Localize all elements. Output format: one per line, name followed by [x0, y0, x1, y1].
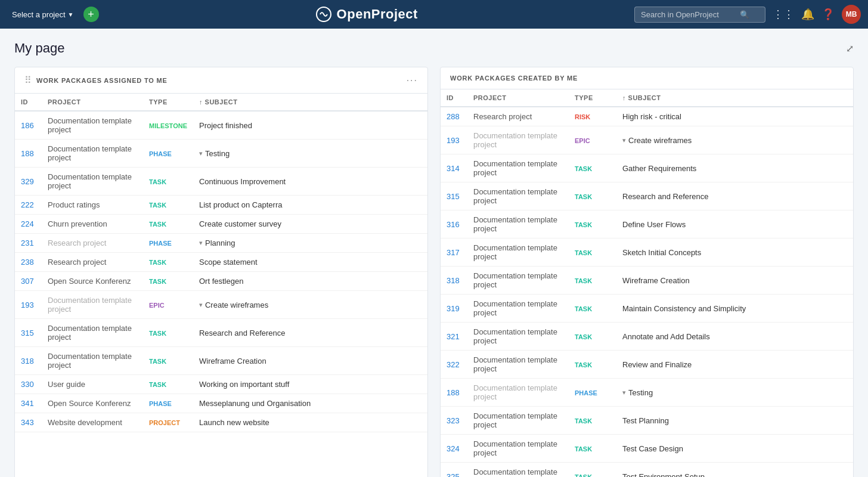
cell-type: TASK: [569, 351, 616, 379]
cell-id[interactable]: 323: [441, 407, 467, 435]
cell-id[interactable]: 193: [15, 291, 42, 319]
cell-id[interactable]: 341: [15, 394, 42, 413]
chevron-down-icon[interactable]: ▾: [199, 301, 203, 309]
cell-id[interactable]: 188: [15, 140, 42, 168]
caret-down-icon: ▼: [68, 11, 74, 18]
cell-project: Documentation template project: [42, 291, 143, 319]
table-row: 224Churn preventionTASKCreate customer s…: [15, 215, 427, 234]
subject-text: Define User Flows: [622, 220, 686, 229]
cell-id[interactable]: 330: [15, 375, 42, 394]
table-row: 321Documentation template projectTASKAnn…: [441, 323, 853, 351]
cell-id[interactable]: 318: [441, 267, 467, 295]
add-project-button[interactable]: +: [83, 7, 99, 22]
subject-text: Create customer survey: [199, 219, 281, 228]
notification-icon[interactable]: 🔔: [801, 8, 814, 21]
cell-id[interactable]: 315: [15, 319, 42, 347]
cell-id[interactable]: 193: [441, 126, 467, 154]
cell-id[interactable]: 343: [15, 413, 42, 432]
table-row: 319Documentation template projectTASKMai…: [441, 295, 853, 323]
subject-text: Annotate and Add Details: [622, 332, 710, 341]
cell-type: TASK: [143, 215, 193, 234]
col-header-subject: ↑ SUBJECT: [193, 94, 427, 111]
cell-project: Documentation template project: [467, 323, 569, 351]
cell-id[interactable]: 319: [441, 295, 467, 323]
widget-menu-icon[interactable]: ···: [407, 75, 418, 86]
assigned-table: ID PROJECT TYPE ↑ SUBJECT 186Documentati…: [15, 94, 427, 432]
chevron-down-icon[interactable]: ▾: [199, 239, 203, 247]
columns-container: ⠿ WORK PACKAGES ASSIGNED TO ME ··· ID PR…: [14, 67, 854, 477]
cell-project: Product ratings: [42, 196, 143, 215]
drag-handle-icon[interactable]: ⠿: [24, 75, 32, 86]
top-navigation: Select a project ▼ + OpenProject 🔍 ⋮⋮ 🔔 …: [0, 0, 868, 29]
expand-icon[interactable]: ⤢: [846, 43, 854, 54]
cell-id[interactable]: 325: [441, 463, 467, 478]
nav-right: 🔍 ⋮⋮ 🔔 ❓ MB: [634, 5, 861, 24]
cell-project: Churn prevention: [42, 215, 143, 234]
cell-project: Documentation template project: [467, 182, 569, 210]
cell-subject: Ort festlegen: [193, 272, 427, 291]
cell-id[interactable]: 188: [441, 379, 467, 407]
cell-project: Documentation template project: [42, 319, 143, 347]
cell-type: PROJECT: [143, 413, 193, 432]
cell-subject: High risk - critical: [616, 107, 853, 126]
col-header-project: PROJECT: [42, 94, 143, 111]
cell-type: EPIC: [569, 126, 616, 154]
subject-text: Create wireframes: [205, 301, 268, 309]
cell-id[interactable]: 288: [441, 107, 467, 126]
chevron-down-icon[interactable]: ▾: [199, 150, 203, 157]
cell-id[interactable]: 315: [441, 182, 467, 210]
cell-id[interactable]: 318: [15, 347, 42, 375]
grid-icon[interactable]: ⋮⋮: [773, 8, 794, 21]
cell-id[interactable]: 322: [441, 351, 467, 379]
col-header-subject: ↑ SUBJECT: [616, 89, 853, 107]
cell-id[interactable]: 307: [15, 272, 42, 291]
cell-project: User guide: [42, 375, 143, 394]
cell-id[interactable]: 324: [441, 435, 467, 463]
cell-id[interactable]: 224: [15, 215, 42, 234]
subject-text: Test Environment Setup: [622, 472, 705, 478]
cell-subject: ▾Create wireframes: [193, 291, 427, 319]
widget-assigned-title: WORK PACKAGES ASSIGNED TO ME: [36, 77, 402, 84]
created-table: ID PROJECT TYPE ↑ SUBJECT 288Research pr…: [441, 89, 853, 477]
cell-subject: Launch new website: [193, 413, 427, 432]
cell-subject: ▾Planning: [193, 234, 427, 253]
table-row: 315Documentation template projectTASKRes…: [441, 182, 853, 210]
subject-text: Gather Requirements: [622, 164, 696, 173]
select-project-button[interactable]: Select a project ▼: [7, 8, 79, 21]
cell-id[interactable]: 186: [15, 111, 42, 140]
cell-id[interactable]: 329: [15, 168, 42, 196]
subject-text: Maintain Consistency and Simplicity: [622, 304, 746, 313]
table-row: 341Open Source KonferenzPHASEMesseplanun…: [15, 394, 427, 413]
subject-text: Scope statement: [199, 258, 258, 267]
cell-id[interactable]: 238: [15, 253, 42, 272]
cell-type: TASK: [569, 182, 616, 210]
table-row: 231Research projectPHASE▾Planning: [15, 234, 427, 253]
table-row: 330User guideTASKWorking on important st…: [15, 375, 427, 394]
widget-created: WORK PACKAGES CREATED BY ME ID PROJECT T…: [440, 67, 854, 477]
table-row: 188Documentation template projectPHASE▾T…: [441, 379, 853, 407]
cell-project: Documentation template project: [467, 267, 569, 295]
nav-center: OpenProject: [104, 6, 630, 23]
cell-id[interactable]: 231: [15, 234, 42, 253]
col-header-id: ID: [441, 89, 467, 107]
help-icon[interactable]: ❓: [822, 8, 835, 21]
chevron-down-icon[interactable]: ▾: [622, 137, 626, 144]
chevron-down-icon[interactable]: ▾: [622, 389, 626, 397]
subject-text: Testing: [205, 149, 230, 158]
cell-subject: Continuous Improvement: [193, 168, 427, 196]
avatar[interactable]: MB: [842, 5, 861, 24]
cell-project: Documentation template project: [42, 111, 143, 140]
cell-id[interactable]: 317: [441, 238, 467, 267]
search-box[interactable]: 🔍: [634, 7, 765, 23]
subject-text: Testing: [628, 388, 653, 397]
cell-id[interactable]: 314: [441, 154, 467, 182]
cell-type: TASK: [569, 463, 616, 478]
subject-text: Wireframe Creation: [199, 357, 266, 366]
cell-id[interactable]: 222: [15, 196, 42, 215]
cell-id[interactable]: 316: [441, 210, 467, 238]
cell-id[interactable]: 321: [441, 323, 467, 351]
logo-text: OpenProject: [337, 7, 418, 22]
nav-left: Select a project ▼ +: [7, 7, 99, 22]
search-input[interactable]: [641, 10, 736, 19]
subject-text: Test Planning: [622, 416, 669, 425]
